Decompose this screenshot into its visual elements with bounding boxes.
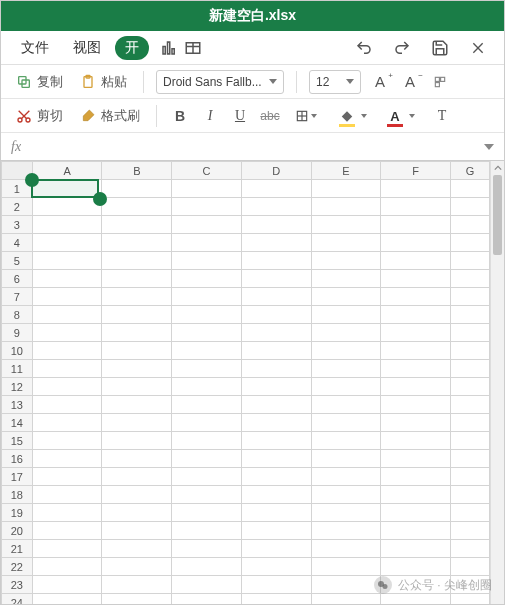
row-header[interactable]: 3 [2, 216, 33, 234]
cell[interactable] [241, 540, 311, 558]
cell[interactable] [381, 504, 451, 522]
cell[interactable] [450, 270, 489, 288]
cell[interactable] [172, 468, 242, 486]
cell[interactable] [172, 540, 242, 558]
underline-button[interactable]: U [229, 105, 251, 127]
borders-button[interactable] [295, 105, 317, 127]
save-icon[interactable] [430, 38, 450, 58]
cell[interactable] [172, 486, 242, 504]
cell[interactable] [381, 324, 451, 342]
cell[interactable] [172, 324, 242, 342]
cell[interactable] [102, 432, 172, 450]
cell[interactable] [450, 432, 489, 450]
col-header[interactable]: A [32, 162, 102, 180]
cell[interactable] [450, 234, 489, 252]
cell[interactable] [450, 378, 489, 396]
column-chart-icon[interactable] [159, 38, 179, 58]
cell[interactable] [102, 450, 172, 468]
cell[interactable] [311, 504, 381, 522]
cell[interactable] [172, 522, 242, 540]
cell[interactable] [241, 594, 311, 606]
cell[interactable] [381, 486, 451, 504]
cell[interactable] [450, 396, 489, 414]
cell[interactable] [32, 450, 102, 468]
chevron-down-icon[interactable] [484, 144, 494, 150]
cell[interactable] [102, 576, 172, 594]
cell[interactable] [172, 270, 242, 288]
cell[interactable] [102, 360, 172, 378]
col-header[interactable]: E [311, 162, 381, 180]
cell[interactable] [32, 522, 102, 540]
strikethrough-button[interactable]: abc [259, 105, 281, 127]
cell[interactable] [172, 198, 242, 216]
italic-button[interactable]: I [199, 105, 221, 127]
cell[interactable] [311, 432, 381, 450]
cell[interactable] [311, 414, 381, 432]
menu-start[interactable]: 开 [115, 36, 149, 60]
cell[interactable] [32, 594, 102, 606]
cell[interactable] [450, 252, 489, 270]
cell[interactable] [32, 198, 102, 216]
row-header[interactable]: 24 [2, 594, 33, 606]
cell[interactable] [102, 558, 172, 576]
cell[interactable] [102, 324, 172, 342]
cell[interactable] [102, 396, 172, 414]
cell[interactable] [311, 360, 381, 378]
cell[interactable] [311, 198, 381, 216]
cell[interactable] [311, 558, 381, 576]
cell[interactable] [311, 576, 381, 594]
cell[interactable] [241, 558, 311, 576]
cell[interactable] [381, 414, 451, 432]
cell[interactable] [32, 324, 102, 342]
cell[interactable] [172, 504, 242, 522]
cell[interactable] [32, 216, 102, 234]
row-header[interactable]: 11 [2, 360, 33, 378]
cell[interactable] [241, 198, 311, 216]
cell[interactable] [311, 486, 381, 504]
font-name-dropdown[interactable]: Droid Sans Fallb... [156, 70, 284, 94]
cell[interactable] [450, 216, 489, 234]
cell[interactable] [172, 378, 242, 396]
cell[interactable] [241, 234, 311, 252]
cell[interactable] [381, 234, 451, 252]
paste-button[interactable]: 粘贴 [75, 71, 131, 93]
row-header[interactable]: 5 [2, 252, 33, 270]
formula-bar[interactable]: fx [1, 133, 504, 161]
cell[interactable] [381, 522, 451, 540]
cell[interactable] [241, 252, 311, 270]
cell[interactable] [450, 522, 489, 540]
cell[interactable] [32, 576, 102, 594]
cell[interactable] [102, 594, 172, 606]
cell[interactable] [172, 180, 242, 198]
row-header[interactable]: 9 [2, 324, 33, 342]
font-size-dropdown[interactable]: 12 [309, 70, 361, 94]
cell[interactable] [32, 234, 102, 252]
cell[interactable] [450, 324, 489, 342]
cell[interactable] [381, 540, 451, 558]
cell[interactable] [381, 252, 451, 270]
cell[interactable] [381, 594, 451, 606]
cell[interactable] [381, 198, 451, 216]
cell[interactable] [172, 360, 242, 378]
row-header[interactable]: 22 [2, 558, 33, 576]
cell[interactable] [102, 414, 172, 432]
menu-view[interactable]: 视图 [63, 35, 111, 61]
cell[interactable] [32, 468, 102, 486]
cell[interactable] [102, 378, 172, 396]
cell[interactable] [311, 216, 381, 234]
cell[interactable] [102, 252, 172, 270]
cell[interactable] [381, 270, 451, 288]
scroll-up-icon[interactable] [491, 161, 504, 175]
row-header[interactable]: 17 [2, 468, 33, 486]
cell[interactable] [450, 450, 489, 468]
cell[interactable] [32, 432, 102, 450]
cell[interactable] [102, 198, 172, 216]
cell[interactable] [241, 324, 311, 342]
cell[interactable] [241, 306, 311, 324]
cell[interactable] [241, 378, 311, 396]
cell[interactable] [32, 414, 102, 432]
cell[interactable] [311, 270, 381, 288]
cell[interactable] [32, 288, 102, 306]
cell[interactable] [450, 558, 489, 576]
row-header[interactable]: 18 [2, 486, 33, 504]
